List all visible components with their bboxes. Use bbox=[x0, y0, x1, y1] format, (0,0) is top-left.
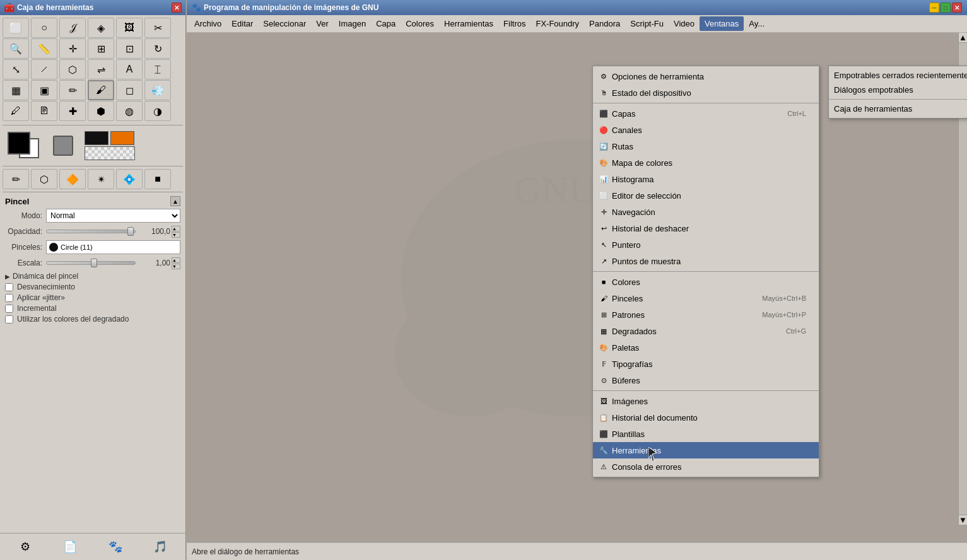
gradient-orange-swatch[interactable] bbox=[110, 131, 134, 145]
ventanas-submenu-dialogos[interactable]: Diálogos empotrables ▶ bbox=[829, 83, 967, 97]
dd-degradados[interactable]: ▦ Degradados Ctrl+G bbox=[593, 323, 819, 339]
tool-small-6[interactable]: ■ bbox=[144, 169, 171, 189]
menu-script-fu[interactable]: Script-Fu bbox=[625, 16, 669, 31]
tool-small-2[interactable]: ⬡ bbox=[31, 169, 57, 189]
menu-ayuda[interactable]: Ay... bbox=[744, 16, 770, 31]
gradient-checker-swatch[interactable] bbox=[85, 146, 135, 160]
gradient-black-swatch[interactable] bbox=[85, 131, 108, 145]
bucket-fill-tool[interactable]: ▣ bbox=[31, 80, 57, 100]
zoom-tool[interactable]: 🔍 bbox=[3, 38, 29, 59]
jitter-checkbox[interactable] bbox=[5, 294, 13, 302]
toolbox-close-button[interactable]: ✕ bbox=[172, 3, 182, 13]
color-picker-small[interactable]: ✏ bbox=[3, 169, 29, 189]
scroll-down-button[interactable]: ▼ bbox=[959, 515, 967, 525]
mode-select[interactable]: Normal bbox=[46, 209, 180, 223]
config-icon[interactable]: ⚙ bbox=[16, 537, 35, 556]
opacity-thumb[interactable] bbox=[127, 227, 134, 236]
heal-tool[interactable]: ✚ bbox=[59, 101, 86, 121]
menu-seleccionar[interactable]: Seleccionar bbox=[258, 16, 311, 31]
color-select-tool[interactable]: 🖼 bbox=[116, 18, 143, 38]
dd-canales[interactable]: 🔴 Canales bbox=[593, 122, 819, 138]
dd-imagenes[interactable]: 🖼 Imágenes bbox=[593, 393, 819, 409]
menu-ventanas[interactable]: Ventanas bbox=[700, 16, 744, 31]
blur-tool[interactable]: ◍ bbox=[116, 101, 143, 121]
opacity-slider[interactable] bbox=[46, 230, 136, 233]
dd-historial-documento[interactable]: 📋 Historial del documento bbox=[593, 409, 819, 426]
foreground-color-swatch[interactable] bbox=[8, 132, 30, 155]
rotate-tool[interactable]: ↻ bbox=[144, 38, 171, 59]
gimp-icon[interactable]: 🐾 bbox=[106, 537, 125, 556]
opacity-spinbox[interactable]: ▲ ▼ bbox=[172, 225, 180, 238]
dd-paletas[interactable]: 🎨 Paletas bbox=[593, 339, 819, 356]
minimize-button[interactable]: ─ bbox=[929, 3, 939, 13]
scale-spinbox[interactable]: ▲ ▼ bbox=[172, 257, 180, 269]
lasso-tool[interactable]: 𝒥 bbox=[59, 18, 86, 38]
flip-tool[interactable]: ⇌ bbox=[88, 59, 114, 79]
move-tool[interactable]: ✛ bbox=[59, 38, 86, 59]
menu-herramientas[interactable]: Herramientas bbox=[439, 16, 498, 31]
menu-filtros[interactable]: Filtros bbox=[498, 16, 530, 31]
quick-mask-button[interactable] bbox=[53, 136, 73, 156]
dd-capas[interactable]: ⬛ Capas Ctrl+L bbox=[593, 105, 819, 122]
perspective-clone-tool[interactable]: ⬢ bbox=[88, 101, 114, 121]
dd-navegacion[interactable]: ✛ Navegación bbox=[593, 204, 819, 220]
dd-consola-errores[interactable]: ⚠ Consola de errores bbox=[593, 458, 819, 475]
ventanas-submenu-empotrables-cerrados[interactable]: Empotrables cerrados recientemente ▶ bbox=[829, 68, 967, 83]
paths-tool[interactable]: ⌶ bbox=[144, 59, 171, 79]
ink-tool[interactable]: 🖊 bbox=[3, 101, 29, 121]
scale-slider[interactable] bbox=[46, 261, 136, 265]
scale-thumb[interactable] bbox=[91, 259, 97, 267]
menu-video[interactable]: Video bbox=[669, 16, 700, 31]
menu-archivo[interactable]: Archivo bbox=[189, 16, 226, 31]
dd-pinceles[interactable]: 🖌 Pinceles Mayús+Ctrl+B bbox=[593, 290, 819, 306]
menu-editar[interactable]: Editar bbox=[226, 16, 258, 31]
measure-tool[interactable]: 📏 bbox=[31, 38, 57, 59]
dd-opciones-herramienta[interactable]: ⚙ Opciones de herramienta bbox=[593, 68, 819, 85]
dd-tipografias[interactable]: 𝔽 Tipografías bbox=[593, 356, 819, 372]
dd-patrones[interactable]: ⊞ Patrones Mayús+Ctrl+P bbox=[593, 306, 819, 323]
scale-tool[interactable]: ⤡ bbox=[3, 59, 29, 79]
crop-tool[interactable]: ⊡ bbox=[116, 38, 143, 59]
dd-historial-deshacer[interactable]: ↩ Historial de deshacer bbox=[593, 220, 819, 236]
incremental-checkbox[interactable] bbox=[5, 305, 13, 313]
paintbrush-tool[interactable]: 🖌 bbox=[88, 80, 114, 100]
pincel-expand-button[interactable]: ▲ bbox=[170, 196, 180, 206]
rect-select-tool[interactable]: ⬜ bbox=[3, 18, 29, 38]
document-icon[interactable]: 📄 bbox=[61, 537, 79, 556]
menu-colores[interactable]: Colores bbox=[401, 16, 439, 31]
dd-colores[interactable]: ■ Colores bbox=[593, 274, 819, 290]
scroll-up-button[interactable]: ▲ bbox=[959, 33, 967, 43]
dd-mapa-colores[interactable]: 🎨 Mapa de colores bbox=[593, 155, 819, 171]
dd-estado-dispositivo[interactable]: 🖱 Estado del dispositivo bbox=[593, 85, 819, 101]
menu-capa[interactable]: Capa bbox=[371, 16, 401, 31]
dd-editor-seleccion[interactable]: ⬜ Editor de selección bbox=[593, 187, 819, 204]
brush-preview[interactable]: Circle (11) bbox=[46, 240, 180, 254]
dd-rutas[interactable]: 🔄 Rutas bbox=[593, 138, 819, 155]
text-tool[interactable]: A bbox=[116, 59, 143, 79]
align-tool[interactable]: ⊞ bbox=[88, 38, 114, 59]
tool-small-3[interactable]: 🔶 bbox=[59, 169, 86, 189]
tool-small-5[interactable]: 💠 bbox=[116, 169, 143, 189]
music-icon[interactable]: 🎵 bbox=[151, 537, 170, 556]
eraser-tool[interactable]: ◻ bbox=[116, 80, 143, 100]
blend-tool[interactable]: ▦ bbox=[3, 80, 29, 100]
main-close-button[interactable]: ✕ bbox=[952, 3, 962, 13]
perspective-tool[interactable]: ⬡ bbox=[59, 59, 86, 79]
shear-tool[interactable]: ⟋ bbox=[31, 59, 57, 79]
dd-herramientas[interactable]: 🔧 Herramientas bbox=[593, 442, 819, 458]
scissors-tool[interactable]: ✂ bbox=[144, 18, 171, 38]
fuzzy-select-tool[interactable]: ◈ bbox=[88, 18, 114, 38]
dd-plantillas[interactable]: ⬛ Plantillas bbox=[593, 426, 819, 442]
dd-histograma[interactable]: 📊 Histograma bbox=[593, 171, 819, 187]
dynamics-row[interactable]: ▶ Dinámica del pincel bbox=[5, 272, 180, 281]
maximize-button[interactable]: □ bbox=[941, 3, 951, 13]
gradient-colors-checkbox[interactable] bbox=[5, 315, 13, 324]
clone-tool[interactable]: 🖹 bbox=[31, 101, 57, 121]
ellipse-select-tool[interactable]: ○ bbox=[31, 18, 57, 38]
menu-fx-foundry[interactable]: FX-Foundry bbox=[530, 16, 584, 31]
airbrush-tool[interactable]: 💨 bbox=[144, 80, 171, 100]
ventanas-submenu-caja[interactable]: Caja de herramientas Mayús+Z bbox=[829, 102, 967, 116]
tool-small-4[interactable]: ✴ bbox=[88, 169, 114, 189]
pencil-tool[interactable]: ✏ bbox=[59, 80, 86, 100]
dodge-tool[interactable]: ◑ bbox=[144, 101, 171, 121]
